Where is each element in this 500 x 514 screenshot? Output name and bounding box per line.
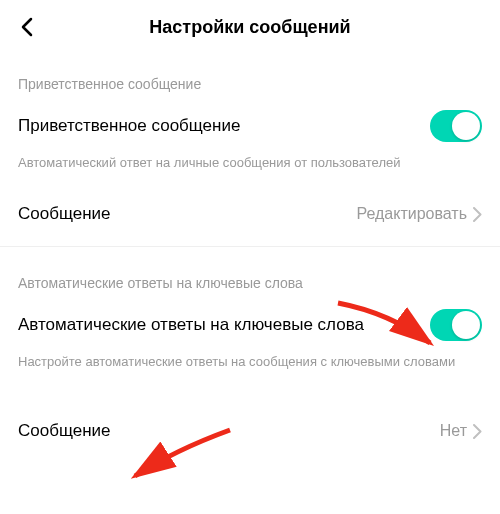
chevron-right-icon: [473, 424, 482, 439]
back-button[interactable]: [16, 15, 40, 39]
keywords-message-row[interactable]: Сообщение Нет: [0, 405, 500, 457]
section-label-keywords: Автоматические ответы на ключевые слова: [0, 253, 500, 299]
page-title: Настройки сообщений: [16, 17, 484, 38]
welcome-message-label: Сообщение: [18, 204, 111, 224]
section-label-welcome: Приветственное сообщение: [0, 54, 500, 100]
chevron-left-icon: [20, 17, 36, 37]
chevron-right-icon: [473, 207, 482, 222]
welcome-toggle[interactable]: [430, 110, 482, 142]
keywords-message-value: Нет: [440, 422, 467, 440]
keywords-description: Настройте автоматические ответы на сообщ…: [0, 351, 500, 387]
page-header: Настройки сообщений: [0, 0, 500, 54]
keywords-message-label: Сообщение: [18, 421, 111, 441]
welcome-message-action: Редактировать: [356, 205, 467, 223]
welcome-toggle-row: Приветственное сообщение: [0, 100, 500, 152]
welcome-message-action-wrap: Редактировать: [356, 205, 482, 223]
keywords-toggle-label: Автоматические ответы на ключевые слова: [18, 315, 364, 335]
keywords-toggle[interactable]: [430, 309, 482, 341]
welcome-description: Автоматический ответ на личные сообщения…: [0, 152, 500, 188]
section-divider: [0, 246, 500, 247]
keywords-message-value-wrap: Нет: [440, 422, 482, 440]
keywords-toggle-row: Автоматические ответы на ключевые слова: [0, 299, 500, 351]
welcome-toggle-label: Приветственное сообщение: [18, 116, 240, 136]
welcome-message-row[interactable]: Сообщение Редактировать: [0, 188, 500, 240]
